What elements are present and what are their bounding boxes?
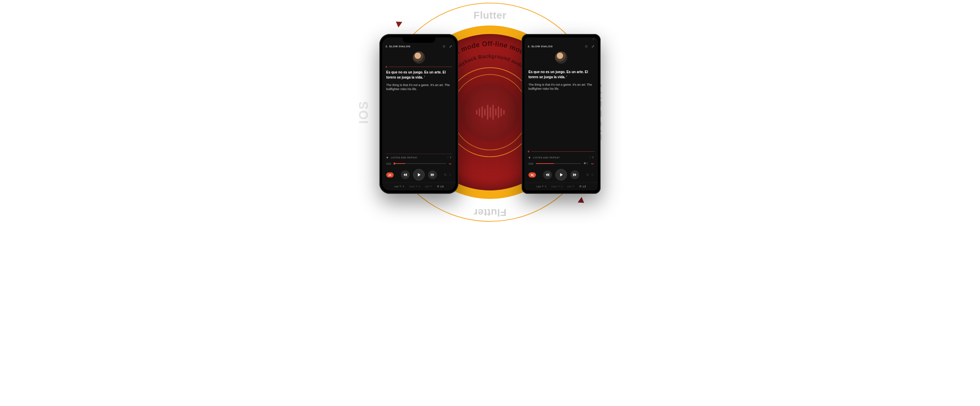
star-outline-icon[interactable]: ☆ — [591, 173, 594, 176]
play-button[interactable] — [413, 169, 425, 181]
waveform-icon — [475, 104, 505, 121]
repeat-icon[interactable]: ↻ — [586, 173, 589, 176]
loop-icon[interactable]: ∞ — [591, 162, 594, 166]
speaker-avatar[interactable] — [413, 51, 425, 63]
bottom-bar: Line ↻ 5 Track ↻ 5 Unit ↻ ⏱ 1.5 — [524, 182, 598, 190]
listen-repeat-label: LISTEN AND REPEAT — [391, 156, 418, 159]
listen-repeat-label: LISTEN AND REPEAT — [533, 156, 560, 159]
marker-b-label: B — [528, 150, 530, 153]
top-bar: 2. SLOW DIALOG ☆ ⤢ — [524, 37, 598, 51]
bottom-bar: Line ↻ 5 Track ↻ 5 Unit ↻ ⏱ 1.5 — [382, 182, 456, 190]
rewind-button[interactable] — [543, 170, 552, 179]
flutter-label-bottom: Flutter — [474, 207, 507, 218]
progress-bar[interactable] — [536, 163, 581, 164]
ios-phone-mockup: 2. SLOW DIALOG ☆ ⤢ A Es que no es un jue… — [379, 34, 458, 194]
forward-button[interactable] — [428, 170, 437, 179]
marker-a-label: A — [385, 66, 387, 68]
unit-selector[interactable]: Unit ↻ — [425, 185, 432, 188]
listen-repeat-icon[interactable]: 🗣 — [386, 156, 389, 159]
flutter-label-top: Flutter — [474, 10, 507, 21]
star-icon[interactable]: ☆ — [442, 44, 446, 49]
ios-label: IOS — [356, 101, 371, 124]
android-phone-mockup: 2. SLOW DIALOG ☆ ⤢ Es que no es un juego… — [522, 34, 601, 194]
marker-line — [388, 67, 452, 67]
speaker-avatar[interactable] — [555, 51, 567, 63]
footnote-marker[interactable]: i — [424, 75, 425, 78]
unit-selector[interactable]: Unit ↻ — [567, 185, 574, 188]
iphone-notch — [402, 37, 435, 43]
star-icon[interactable]: ☆ — [585, 44, 588, 49]
track-selector[interactable]: Track ↻ 5 — [551, 185, 562, 188]
marker-line — [531, 151, 595, 152]
expand-icon[interactable]: ⤢ — [592, 44, 595, 49]
ab-marker-pill[interactable]: |A — [386, 172, 394, 178]
translation-sentence: The thing is that it's not a game. It's … — [528, 82, 594, 91]
ios-screen: 2. SLOW DIALOG ☆ ⤢ A Es que no es un jue… — [382, 37, 456, 190]
section-separator — [385, 154, 452, 154]
screen-title: 2. SLOW DIALOG — [385, 45, 410, 48]
core-disc — [461, 83, 519, 141]
listen-repeat-icon[interactable]: 🗣 — [528, 156, 531, 159]
line-selector[interactable]: Line ↻ 5 — [394, 185, 404, 188]
orbit-arrow-icon — [394, 19, 402, 27]
star-outline-icon[interactable]: ☆ — [449, 173, 452, 176]
speed-control[interactable]: ⏱ 1.5 — [579, 185, 586, 188]
repeat-icon[interactable]: ↻ — [444, 173, 447, 176]
loop-icon[interactable]: ∞ — [449, 162, 452, 166]
line-selector[interactable]: Line ↻ 5 — [536, 185, 546, 188]
forward-button[interactable] — [570, 170, 579, 179]
diagram-stage: Off-line mode Off-line mode Off-line mod… — [223, 0, 757, 224]
track-selector[interactable]: Track ↻ 5 — [409, 185, 420, 188]
progress-counter: 2/18 — [528, 163, 533, 165]
android-camera-dot — [592, 38, 595, 40]
footnote-marker[interactable]: i — [566, 75, 567, 77]
expand-icon[interactable]: ⤢ — [449, 44, 452, 49]
ab-range-icon[interactable]: �て — [584, 162, 588, 165]
screen-title: 2. SLOW DIALOG — [528, 45, 553, 48]
speed-control[interactable]: ⏱ 1.5 — [437, 185, 444, 188]
progress-bar[interactable] — [394, 163, 447, 164]
ab-marker-pill[interactable]: B| — [528, 172, 536, 178]
play-button[interactable] — [555, 169, 567, 181]
rewind-button[interactable] — [401, 170, 410, 179]
listen-count: ⋮ 2 — [589, 156, 594, 159]
progress-counter: 2/18 — [386, 163, 391, 165]
listen-count: ⋮ 2 — [447, 156, 452, 159]
source-sentence: Es que no es un juego. Es un arte. El to… — [386, 70, 452, 79]
orbit-arrow-icon — [578, 197, 586, 206]
translation-sentence: The thing is that it's not a game. It's … — [386, 83, 452, 91]
android-screen: 2. SLOW DIALOG ☆ ⤢ Es que no es un juego… — [524, 37, 598, 190]
source-sentence: Es que no es un juego. Es un arte. El to… — [528, 70, 594, 79]
